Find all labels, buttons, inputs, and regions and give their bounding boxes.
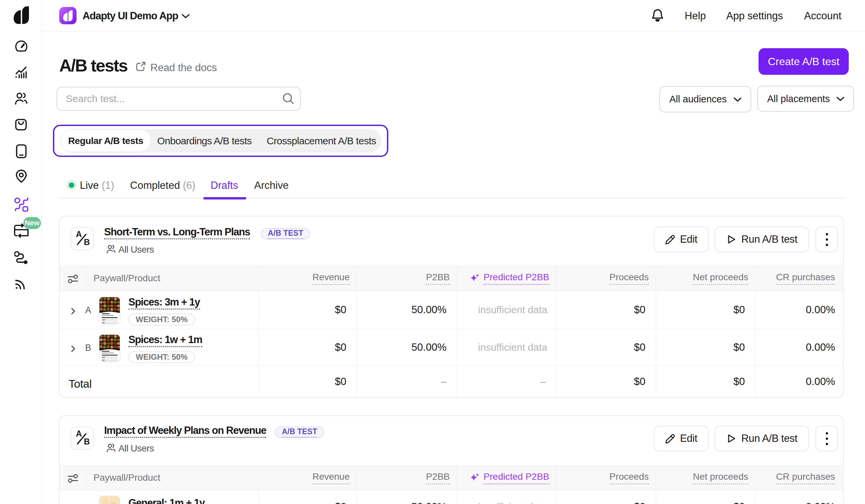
svg-text:B: B xyxy=(84,437,90,446)
svg-text:A: A xyxy=(76,230,82,239)
svg-text:B: B xyxy=(84,237,90,247)
svg-text:A: A xyxy=(76,429,82,438)
